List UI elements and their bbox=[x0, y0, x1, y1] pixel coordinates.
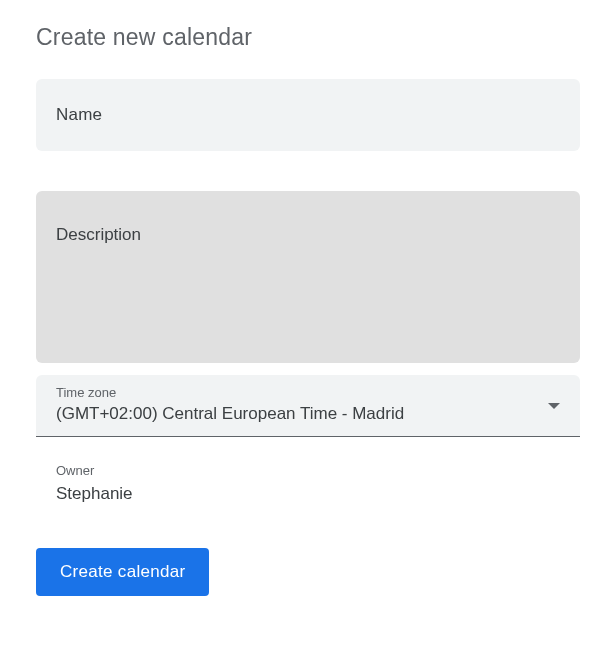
owner-section: Owner Stephanie bbox=[36, 463, 580, 504]
timezone-value: (GMT+02:00) Central European Time - Madr… bbox=[56, 404, 560, 424]
owner-value: Stephanie bbox=[56, 484, 560, 504]
page-title: Create new calendar bbox=[36, 24, 580, 51]
owner-label: Owner bbox=[56, 463, 560, 478]
timezone-select[interactable]: Time zone (GMT+02:00) Central European T… bbox=[36, 375, 580, 437]
timezone-label: Time zone bbox=[56, 385, 560, 400]
name-field[interactable]: Name bbox=[36, 79, 580, 151]
name-label: Name bbox=[56, 105, 560, 125]
description-label: Description bbox=[56, 225, 560, 245]
create-calendar-button[interactable]: Create calendar bbox=[36, 548, 209, 596]
description-field[interactable]: Description bbox=[36, 191, 580, 363]
dropdown-icon bbox=[548, 403, 560, 409]
